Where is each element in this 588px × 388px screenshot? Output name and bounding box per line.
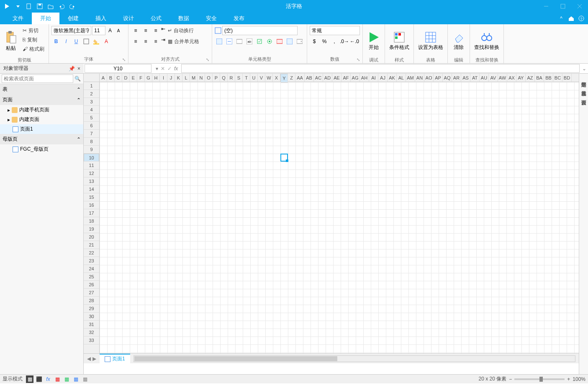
col-header-D[interactable]: D <box>122 74 130 82</box>
ct-8[interactable] <box>285 37 294 46</box>
col-header-AQ[interactable]: AQ <box>443 74 452 82</box>
col-header-AL[interactable]: AL <box>397 74 406 82</box>
tab-create[interactable]: 创建 <box>59 13 87 24</box>
search-input[interactable] <box>2 75 73 83</box>
col-header-AI[interactable]: AI <box>369 74 378 82</box>
format-painter-button[interactable]: 🖌格式刷 <box>21 44 46 54</box>
col-header-C[interactable]: C <box>115 74 122 82</box>
right-tab-cellsettings[interactable]: 单元格设置 <box>580 85 587 89</box>
align-center-icon[interactable]: ≡ <box>141 37 150 46</box>
horizontal-scrollbar[interactable] <box>134 355 575 362</box>
pin-icon[interactable]: 📌 <box>69 66 75 72</box>
run-button[interactable] <box>3 2 12 11</box>
decrease-font-icon[interactable]: A <box>115 26 122 35</box>
col-header-AG[interactable]: AG <box>351 74 360 82</box>
bold-button[interactable]: B <box>51 37 61 46</box>
tab-publish[interactable]: 发布 <box>225 13 253 24</box>
col-header-AF[interactable]: AF <box>342 74 351 82</box>
cut-button[interactable]: ✂剪切 <box>21 26 46 35</box>
col-header-AY[interactable]: AY <box>516 74 526 82</box>
close-button[interactable] <box>571 0 588 13</box>
zoom-out-button[interactable]: − <box>509 376 512 382</box>
col-header-BA[interactable]: BA <box>535 74 544 82</box>
align-right-icon[interactable]: ≡ <box>151 37 160 46</box>
row-header-7[interactable]: 7 <box>84 130 99 138</box>
col-header-I[interactable]: I <box>160 74 167 82</box>
mode-1-icon[interactable]: ▦ <box>26 375 33 383</box>
cancel-formula-icon[interactable]: ✕ <box>161 66 165 72</box>
underline-button[interactable]: U <box>72 37 81 46</box>
number-format-select[interactable] <box>310 26 360 35</box>
row-header-13[interactable]: 13 <box>84 177 99 185</box>
search-icon[interactable]: 🔍 <box>73 76 82 82</box>
col-header-AT[interactable]: AT <box>470 74 480 82</box>
col-header-AZ[interactable]: AZ <box>526 74 535 82</box>
ct-5[interactable] <box>255 37 264 46</box>
col-header-E[interactable]: E <box>130 74 137 82</box>
col-header-J[interactable]: J <box>167 74 175 82</box>
zoom-in-button[interactable]: + <box>567 376 570 382</box>
set-as-table-button[interactable]: 设置为表格 <box>416 26 445 56</box>
currency-icon[interactable]: $ <box>310 37 319 46</box>
col-header-AR[interactable]: AR <box>452 74 461 82</box>
increase-font-icon[interactable]: A <box>106 26 114 35</box>
collapse-ribbon-icon[interactable]: ^ <box>557 14 565 23</box>
row-header-18[interactable]: 18 <box>84 217 99 225</box>
row-header-8[interactable]: 8 <box>84 138 99 146</box>
undo-icon[interactable] <box>57 2 66 11</box>
font-launcher[interactable]: ⤡ <box>122 57 127 62</box>
col-header-K[interactable]: K <box>175 74 182 82</box>
row-header-26[interactable]: 26 <box>84 281 99 289</box>
redo-icon[interactable] <box>68 2 77 11</box>
col-header-BB[interactable]: BB <box>544 74 553 82</box>
row-header-24[interactable]: 24 <box>84 265 99 273</box>
find-replace-button[interactable]: 查找和替换 <box>472 26 501 56</box>
mode-6-icon[interactable]: ▦ <box>72 375 80 383</box>
col-header-AK[interactable]: AK <box>388 74 397 82</box>
row-header-19[interactable]: 19 <box>84 225 99 233</box>
clear-button[interactable]: 清除 <box>450 26 467 56</box>
wrap-text-button[interactable]: ↵自动换行 <box>166 26 195 35</box>
tree-item-master[interactable]: FGC_母版页 <box>0 144 83 154</box>
conditional-format-button[interactable]: 条件格式 <box>388 26 411 56</box>
fx-icon[interactable]: fx <box>174 66 178 72</box>
col-header-T[interactable]: T <box>243 74 250 82</box>
col-header-AH[interactable]: AH <box>360 74 369 82</box>
celltype-select[interactable] <box>222 26 298 35</box>
comma-icon[interactable]: , <box>330 37 339 46</box>
col-header-AV[interactable]: AV <box>489 74 498 82</box>
namebox-dropdown[interactable]: ▾ <box>156 66 158 72</box>
ct-4[interactable]: ab <box>245 37 254 46</box>
name-box[interactable]: Y10 <box>85 64 151 73</box>
col-header-AS[interactable]: AS <box>461 74 470 82</box>
row-header-1[interactable]: 1 <box>84 82 99 90</box>
align-bottom-icon[interactable]: ≡ <box>151 26 160 35</box>
section-master[interactable]: 母版页⌃ <box>0 134 83 144</box>
col-header-F[interactable]: F <box>137 74 145 82</box>
merge-cells-button[interactable]: ▦合并单元格 <box>166 37 201 46</box>
row-header-3[interactable]: 3 <box>84 98 99 106</box>
right-tab-pagesettings[interactable]: 页面设置 <box>580 95 587 98</box>
tree-item-builtin-pages[interactable]: ▸内建页面 <box>0 115 83 124</box>
help-icon[interactable]: ? <box>577 14 585 23</box>
number-launcher[interactable]: ⤡ <box>357 57 362 62</box>
select-all-corner[interactable] <box>84 74 100 82</box>
col-header-W[interactable]: W <box>265 74 273 82</box>
new-file-icon[interactable] <box>24 2 33 11</box>
col-header-A[interactable]: A <box>100 74 107 82</box>
row-header-9[interactable]: 9 <box>84 146 99 154</box>
zoom-slider[interactable] <box>514 378 565 380</box>
col-header-AU[interactable]: AU <box>480 74 489 82</box>
row-header-5[interactable]: 5 <box>84 114 99 122</box>
tab-formula[interactable]: 公式 <box>142 13 170 24</box>
mode-2-icon[interactable]: ⬛ <box>35 375 43 383</box>
row-header-10[interactable]: 10 <box>84 154 99 162</box>
col-header-AJ[interactable]: AJ <box>378 74 388 82</box>
mode-3-icon[interactable]: fx <box>44 375 52 383</box>
col-header-Q[interactable]: Q <box>220 74 228 82</box>
col-header-M[interactable]: M <box>190 74 198 82</box>
border-button[interactable] <box>82 37 91 46</box>
ct-2[interactable] <box>225 37 234 46</box>
tree-item-page1[interactable]: 页面1 <box>0 124 83 134</box>
percent-icon[interactable]: % <box>320 37 329 46</box>
